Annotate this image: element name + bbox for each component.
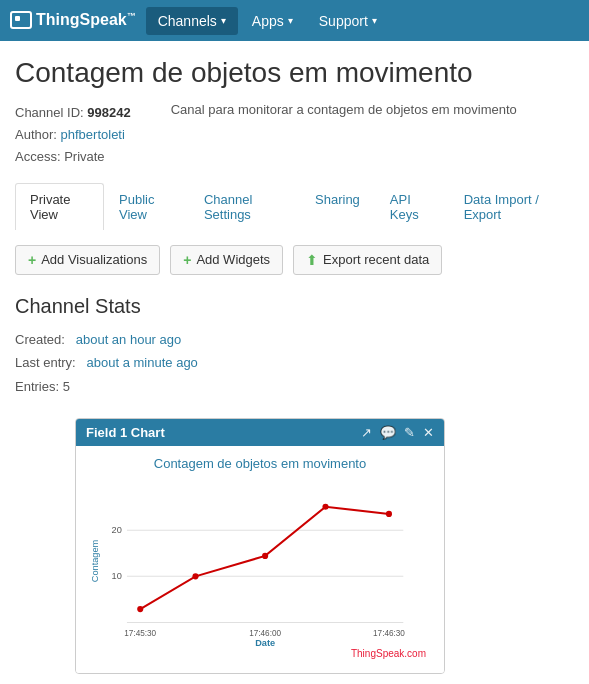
plus-icon: +	[183, 252, 191, 268]
chevron-down-icon: ▾	[288, 15, 293, 26]
export-icon: ⬆	[306, 252, 318, 268]
nav-apps[interactable]: Apps ▾	[240, 7, 305, 35]
nav-support[interactable]: Support ▾	[307, 7, 389, 35]
brand-name: ThingSpeak™	[36, 11, 136, 29]
stats-table: Created: about an hour ago Last entry: a…	[15, 328, 574, 398]
channel-tabs: Private View Public View Channel Setting…	[15, 183, 574, 230]
channel-id-label: Channel ID:	[15, 105, 84, 120]
svg-text:17:46:00: 17:46:00	[249, 629, 281, 638]
main-content: Contagem de objetos em movimento Channel…	[0, 41, 589, 684]
close-icon[interactable]: ✕	[423, 425, 434, 440]
access-label: Access:	[15, 149, 61, 164]
tab-data-import-export[interactable]: Data Import / Export	[449, 183, 574, 230]
chart-icons: ↗ 💬 ✎ ✕	[361, 425, 434, 440]
last-entry-value[interactable]: about a minute ago	[87, 355, 198, 370]
external-link-icon[interactable]: ↗	[361, 425, 372, 440]
chart-plot-title: Contagem de objetos em movimento	[86, 456, 434, 471]
svg-text:Date: Date	[255, 638, 275, 646]
entries-value: 5	[63, 379, 70, 394]
page-title: Contagem de objetos em movimento	[15, 56, 574, 90]
add-widgets-button[interactable]: + Add Widgets	[170, 245, 283, 275]
channel-id-value: 998242	[87, 105, 130, 120]
svg-text:10: 10	[112, 571, 122, 581]
access-value: Private	[64, 149, 104, 164]
svg-text:17:45:30: 17:45:30	[124, 629, 156, 638]
tab-public-view[interactable]: Public View	[104, 183, 189, 230]
chart-header: Field 1 Chart ↗ 💬 ✎ ✕	[76, 419, 444, 446]
brand-logo[interactable]: ThingSpeak™	[10, 11, 136, 29]
field1-chart-widget: Field 1 Chart ↗ 💬 ✎ ✕ Contagem de objeto…	[75, 418, 445, 674]
meta-right: Canal para monitorar a contagem de objet…	[171, 102, 574, 168]
chart-title: Field 1 Chart	[86, 425, 165, 440]
nav-menu: Channels ▾ Apps ▾ Support ▾	[146, 7, 389, 35]
tab-channel-settings[interactable]: Channel Settings	[189, 183, 300, 230]
tab-private-view[interactable]: Private View	[15, 183, 104, 230]
comment-icon[interactable]: 💬	[380, 425, 396, 440]
action-buttons: + Add Visualizations + Add Widgets ⬆ Exp…	[15, 245, 574, 275]
chart-body: Contagem de objetos em movimento Contage…	[76, 446, 444, 673]
channel-stats-title: Channel Stats	[15, 295, 574, 318]
chart-footer: ThingSpeak.com	[86, 646, 434, 663]
svg-text:20: 20	[112, 525, 122, 535]
created-value[interactable]: about an hour ago	[76, 332, 182, 347]
tab-sharing[interactable]: Sharing	[300, 183, 375, 230]
y-axis-label: Contagem	[90, 539, 100, 582]
data-point	[192, 573, 198, 579]
chart-svg: Contagem 20 10	[86, 476, 434, 646]
navbar: ThingSpeak™ Channels ▾ Apps ▾ Support ▾	[0, 0, 589, 41]
entries-label: Entries:	[15, 379, 59, 394]
data-point	[322, 504, 328, 510]
created-label: Created:	[15, 332, 65, 347]
data-point	[262, 553, 268, 559]
nav-channels[interactable]: Channels ▾	[146, 7, 238, 35]
data-point	[137, 606, 143, 612]
chevron-down-icon: ▾	[372, 15, 377, 26]
author-link[interactable]: phfbertoleti	[61, 127, 125, 142]
chart-area: Contagem 20 10	[86, 476, 434, 646]
data-point	[386, 511, 392, 517]
meta-left: Channel ID: 998242 Author: phfbertoleti …	[15, 102, 131, 168]
pencil-icon[interactable]: ✎	[404, 425, 415, 440]
author-label: Author:	[15, 127, 57, 142]
tab-api-keys[interactable]: API Keys	[375, 183, 449, 230]
brand-icon	[10, 11, 32, 29]
add-visualizations-button[interactable]: + Add Visualizations	[15, 245, 160, 275]
chevron-down-icon: ▾	[221, 15, 226, 26]
last-entry-label: Last entry:	[15, 355, 76, 370]
export-recent-data-button[interactable]: ⬆ Export recent data	[293, 245, 442, 275]
svg-text:17:46:30: 17:46:30	[373, 629, 405, 638]
channel-meta: Channel ID: 998242 Author: phfbertoleti …	[15, 102, 574, 168]
channel-description: Canal para monitorar a contagem de objet…	[171, 102, 517, 117]
plus-icon: +	[28, 252, 36, 268]
